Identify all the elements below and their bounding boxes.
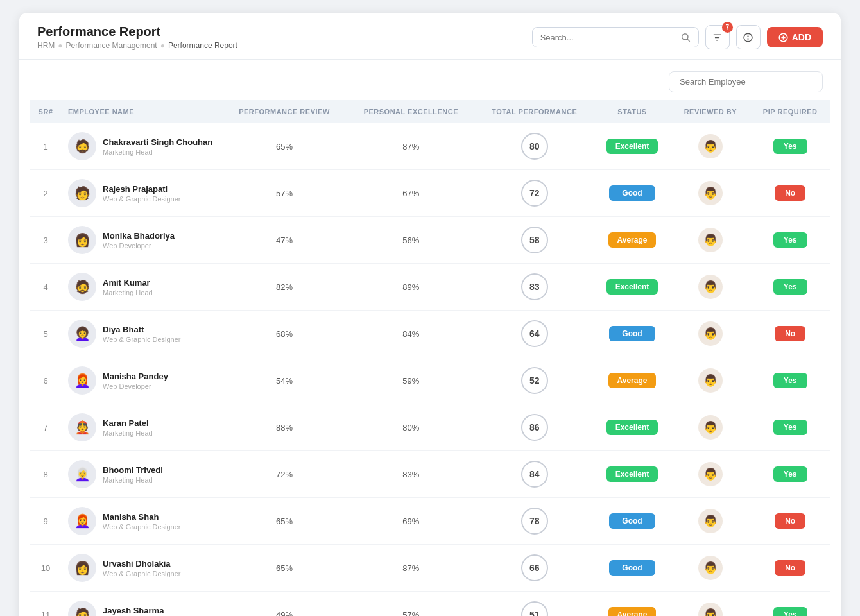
main-card: Performance Report HRM ● Performance Man… [19,13,841,616]
table-row: 1 🧔 Chakravarti Singh Chouhan Marketing … [30,123,830,170]
total-perf-cell: 52 [476,357,594,404]
add-button[interactable]: ADD [767,27,823,47]
sr-cell: 2 [30,170,62,217]
reviewer-avatar: 👨 [698,181,723,205]
avatar: 🧔 [68,601,96,616]
personal-excellence-cell: 69% [347,498,476,545]
status-badge: Good [609,560,655,576]
table-row: 4 🧔 Amit Kumar Marketing Head 82% 89% 83… [30,264,830,311]
emp-info: Urvashi Dholakia Web & Graphic Designer [103,559,180,578]
emp-role: Web & Graphic Designer [103,195,180,203]
emp-role: Marketing Head [103,476,163,484]
total-perf-cell: 51 [476,592,594,617]
total-perf-cell: 64 [476,311,594,357]
reviewer-avatar: 👨 [698,509,723,533]
total-badge: 78 [521,508,548,535]
status-badge: Excellent [606,466,658,482]
search-icon-button[interactable] [680,32,691,42]
total-perf-cell: 58 [476,217,594,264]
col-name: EMPLOYEE NAME [62,100,222,123]
pip-badge: Yes [773,466,807,482]
avatar: 🧑 [68,179,96,207]
status-cell: Excellent [594,123,671,170]
emp-role: Web & Graphic Designer [103,336,180,343]
pip-cell: No [750,311,830,357]
sr-cell: 7 [30,404,62,451]
search-input[interactable] [540,33,680,42]
reviewer-cell: 👨 [671,311,750,357]
svg-point-0 [682,34,687,40]
total-badge: 84 [521,461,548,488]
total-badge: 52 [521,367,548,394]
table-row: 8 👩‍🦳 Bhoomi Trivedi Marketing Head 72% … [30,451,830,498]
breadcrumb-hrm[interactable]: HRM [37,41,55,50]
perf-review-cell: 54% [222,357,347,404]
emp-name: Urvashi Dholakia [103,559,180,569]
reviewer-cell: 👨 [671,264,750,311]
emp-role: Web Developer [103,382,168,390]
search-box[interactable] [532,27,699,47]
col-sr: SR# [30,100,62,123]
employee-cell: 👩 Urvashi Dholakia Web & Graphic Designe… [62,545,222,592]
reviewer-avatar: 👨 [698,321,723,346]
reviewer-cell: 👨 [671,123,750,170]
total-perf-cell: 78 [476,498,594,545]
table-row: 2 🧑 Rajesh Prajapati Web & Graphic Desig… [30,170,830,217]
sr-cell: 8 [30,451,62,498]
reviewer-avatar: 👨 [698,134,723,158]
pip-badge: Yes [773,279,807,295]
status-badge: Good [609,326,655,341]
info-button[interactable] [736,25,761,49]
personal-excellence-cell: 59% [347,357,476,404]
status-badge: Average [608,373,657,388]
status-badge: Good [609,185,655,201]
emp-role: Web Developer [103,242,175,250]
reviewer-cell: 👨 [671,451,750,498]
reviewer-cell: 👨 [671,404,750,451]
reviewer-avatar: 👨 [698,368,723,393]
emp-info: Chakravarti Singh Chouhan Marketing Head [103,137,212,156]
pip-cell: No [750,498,830,545]
sr-cell: 1 [30,123,62,170]
avatar: 🧔 [68,132,96,160]
pip-badge: No [775,185,805,201]
col-status: STATUS [594,100,671,123]
sr-cell: 9 [30,498,62,545]
perf-review-cell: 65% [222,545,347,592]
breadcrumb-sep2: ● [160,41,165,50]
reviewer-avatar: 👨 [698,603,723,616]
table-row: 6 👩‍🦰 Manisha Pandey Web Developer 54% 5… [30,357,830,404]
reviewer-cell: 👨 [671,170,750,217]
breadcrumb-pm[interactable]: Performance Management [66,41,157,50]
sr-cell: 3 [30,217,62,264]
status-cell: Average [594,592,671,617]
table-body: 1 🧔 Chakravarti Singh Chouhan Marketing … [30,123,830,616]
avatar: 👩‍🦰 [68,507,96,535]
header-left: Performance Report HRM ● Performance Man… [37,24,237,50]
perf-review-cell: 65% [222,498,347,545]
pip-badge: Yes [773,139,807,154]
status-badge: Average [608,232,657,248]
col-reviewed-by: REVIEWED BY [671,100,750,123]
breadcrumb: HRM ● Performance Management ● Performan… [37,41,237,50]
total-perf-cell: 80 [476,123,594,170]
personal-excellence-cell: 84% [347,311,476,357]
emp-info: Monika Bhadoriya Web Developer [103,231,175,250]
employee-search-input[interactable] [669,71,823,92]
reviewer-avatar: 👨 [698,556,723,580]
emp-info: Bhoomi Trivedi Marketing Head [103,465,163,484]
personal-excellence-cell: 56% [347,217,476,264]
avatar: 👩 [68,554,96,582]
col-total-perf: TOTAL PERFORMANCE [476,100,594,123]
emp-role: Marketing Head [103,148,212,156]
emp-name: Chakravarti Singh Chouhan [103,137,212,147]
total-perf-cell: 86 [476,404,594,451]
total-badge: 80 [521,133,548,160]
filter-button[interactable]: 7 [705,25,730,49]
employee-cell: 🧔 Amit Kumar Marketing Head [62,264,222,311]
performance-table: SR# EMPLOYEE NAME PERFORMANCE REVIEW PER… [30,100,830,616]
total-perf-cell: 84 [476,451,594,498]
sr-cell: 6 [30,357,62,404]
employee-cell: 👩‍🦰 Manisha Shah Web & Graphic Designer [62,498,222,545]
reviewer-avatar: 👨 [698,462,723,486]
